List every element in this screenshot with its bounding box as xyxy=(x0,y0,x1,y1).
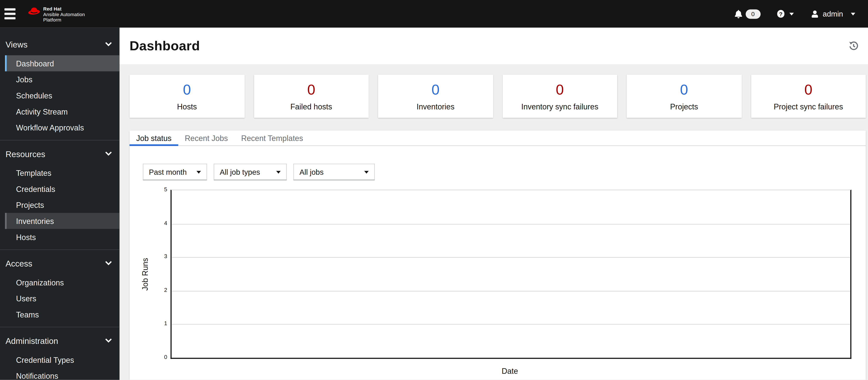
screen: Red Hat Ansible Automation Platform 0 ? xyxy=(0,0,868,380)
brand-line1: Red Hat xyxy=(43,6,85,11)
user-menu[interactable]: admin xyxy=(812,10,855,18)
card-label: Hosts xyxy=(177,102,197,111)
page-header: Dashboard xyxy=(120,28,868,64)
y-tick: 4 xyxy=(145,220,167,227)
sidebar-item-activity-stream[interactable]: Activity Stream xyxy=(0,103,120,119)
nav-section-access: Access Organizations Users Teams xyxy=(0,256,120,327)
card-project-sync-failures: 0 Project sync failures xyxy=(751,75,866,118)
user-icon xyxy=(812,10,818,18)
sidebar-item-notifications[interactable]: Notifications xyxy=(0,368,120,380)
chevron-down-icon xyxy=(105,261,112,266)
nav-section-resources: Resources Templates Credentials Projects… xyxy=(0,147,120,250)
inventory-sync-failures-count-link[interactable]: 0 xyxy=(556,81,564,97)
card-label: Failed hosts xyxy=(290,102,332,111)
sidebar-item-inventories[interactable]: Inventories xyxy=(5,213,120,229)
nav-group-access[interactable]: Access xyxy=(0,256,120,270)
inventories-count-link[interactable]: 0 xyxy=(431,81,439,97)
y-tick: 3 xyxy=(145,253,167,260)
chevron-down-icon xyxy=(105,338,112,343)
card-hosts: 0 Hosts xyxy=(129,75,244,118)
sidebar-item-jobs[interactable]: Jobs xyxy=(0,71,120,88)
sidebar-item-credential-types[interactable]: Credential Types xyxy=(0,352,120,368)
redhat-fedora-icon xyxy=(28,6,40,17)
sidebar-item-schedules[interactable]: Schedules xyxy=(0,87,120,103)
chevron-down-icon xyxy=(105,151,112,156)
tab-recent-jobs[interactable]: Recent Jobs xyxy=(178,131,235,145)
sidebar-nav: Views Dashboard Jobs Schedules Activity … xyxy=(0,28,120,380)
masthead-toolbar: 0 ? admin xyxy=(734,9,855,19)
chevron-down-icon xyxy=(105,42,112,47)
tab-bar: Job status Recent Jobs Recent Templates xyxy=(129,131,866,146)
brand-line2: Ansible Automation xyxy=(43,11,85,17)
notifications-count-badge: 0 xyxy=(746,9,761,19)
page-title: Dashboard xyxy=(129,38,200,54)
card-label: Projects xyxy=(670,102,698,111)
help-chevron-down-icon xyxy=(789,12,794,15)
sidebar-item-templates[interactable]: Templates xyxy=(0,165,120,181)
projects-count-link[interactable]: 0 xyxy=(680,81,688,97)
summary-cards: 0 Hosts 0 Failed hosts 0 Inventories 0 I… xyxy=(120,64,868,118)
nav-section-views: Views Dashboard Jobs Schedules Activity … xyxy=(0,38,120,141)
sidebar-item-hosts[interactable]: Hosts xyxy=(0,229,120,245)
card-failed-hosts: 0 Failed hosts xyxy=(254,75,369,118)
username-label: admin xyxy=(823,10,843,18)
nav-group-views[interactable]: Views xyxy=(0,38,120,51)
y-tick: 2 xyxy=(145,287,167,293)
sidebar-item-teams[interactable]: Teams xyxy=(0,306,120,322)
chart-x-axis-title: Date xyxy=(502,367,518,376)
tab-recent-templates[interactable]: Recent Templates xyxy=(235,131,310,145)
card-inventories: 0 Inventories xyxy=(378,75,493,118)
main-content: Dashboard 0 Hosts 0 Failed hosts 0 Inven… xyxy=(120,28,868,380)
y-tick: 5 xyxy=(145,186,167,193)
sidebar-item-projects[interactable]: Projects xyxy=(0,197,120,213)
nav-section-administration: Administration Credential Types Notifica… xyxy=(0,334,120,380)
brand-line3: Platform xyxy=(43,17,85,23)
nav-toggle-button[interactable] xyxy=(4,4,23,23)
select-caret-icon xyxy=(196,171,201,173)
app: Red Hat Ansible Automation Platform 0 ? xyxy=(0,0,868,380)
y-tick: 0 xyxy=(145,354,167,361)
select-caret-icon xyxy=(364,171,369,173)
card-label: Inventory sync failures xyxy=(521,102,598,111)
job-runs-chart xyxy=(170,189,851,359)
failed-hosts-count-link[interactable]: 0 xyxy=(307,81,315,97)
sidebar-item-dashboard[interactable]: Dashboard xyxy=(5,55,120,71)
select-caret-icon xyxy=(276,171,281,173)
history-icon[interactable] xyxy=(848,40,859,51)
period-select[interactable]: Past month xyxy=(143,164,207,180)
nav-group-resources[interactable]: Resources xyxy=(0,147,120,160)
help-icon[interactable]: ? xyxy=(777,10,784,18)
project-sync-failures-count-link[interactable]: 0 xyxy=(804,81,812,97)
chart-y-axis-title: Job Runs xyxy=(141,258,149,290)
user-chevron-down-icon xyxy=(851,12,855,15)
card-label: Project sync failures xyxy=(774,102,843,111)
job-status-panel: Job status Recent Jobs Recent Templates … xyxy=(129,131,866,380)
sidebar-item-organizations[interactable]: Organizations xyxy=(0,274,120,290)
hamburger-icon xyxy=(4,8,16,10)
card-label: Inventories xyxy=(416,102,455,111)
masthead: Red Hat Ansible Automation Platform 0 ? xyxy=(0,0,868,28)
job-filter-select[interactable]: All jobs xyxy=(293,164,375,180)
sidebar-item-users[interactable]: Users xyxy=(0,290,120,307)
chart-filters: Past month All job types All jobs xyxy=(143,164,866,180)
sidebar-item-workflow-approvals[interactable]: Workflow Approvals xyxy=(0,119,120,136)
brand-logo: Red Hat Ansible Automation Platform xyxy=(28,6,85,23)
notifications-bell-icon[interactable] xyxy=(734,10,742,18)
tab-job-status[interactable]: Job status xyxy=(129,131,178,145)
y-tick: 1 xyxy=(145,320,167,327)
card-inventory-sync-failures: 0 Inventory sync failures xyxy=(502,75,617,118)
nav-group-administration[interactable]: Administration xyxy=(0,334,120,347)
hosts-count-link[interactable]: 0 xyxy=(183,81,191,97)
sidebar-item-credentials[interactable]: Credentials xyxy=(0,181,120,197)
job-type-select[interactable]: All job types xyxy=(214,164,287,180)
card-projects: 0 Projects xyxy=(627,75,742,118)
